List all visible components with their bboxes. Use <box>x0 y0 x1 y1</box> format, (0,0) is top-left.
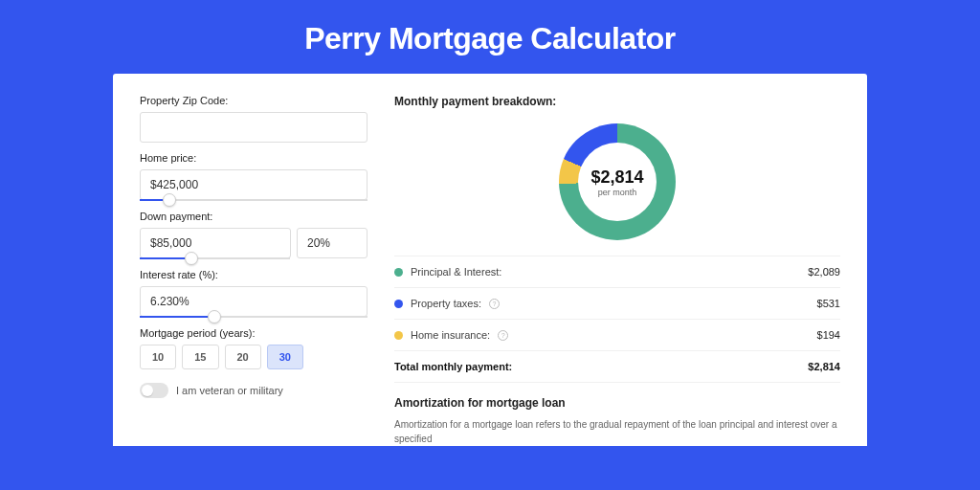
donut-sub: per month <box>598 188 637 197</box>
period-buttons: 10 15 20 30 <box>140 345 368 369</box>
price-label: Home price: <box>140 152 368 164</box>
legend-total: Total monthly payment: $2,814 <box>394 351 840 383</box>
legend-principal: Principal & Interest: $2,089 <box>394 256 840 288</box>
period-20[interactable]: 20 <box>225 345 261 369</box>
info-icon[interactable]: ? <box>498 330 508 341</box>
period-label: Mortgage period (years): <box>140 327 368 339</box>
period-10[interactable]: 10 <box>140 345 176 369</box>
down-field: Down payment: <box>140 211 368 259</box>
price-slider-thumb[interactable] <box>163 193 176 207</box>
period-30[interactable]: 30 <box>267 345 303 369</box>
toggle-knob <box>142 385 153 396</box>
legend-value: $194 <box>817 329 840 341</box>
price-slider[interactable] <box>140 199 368 201</box>
amortization-section: Amortization for mortgage loan Amortizat… <box>394 396 840 446</box>
dot-icon <box>394 300 403 308</box>
veteran-toggle[interactable] <box>140 383 168 398</box>
legend-insurance: Home insurance: ? $194 <box>394 320 840 351</box>
calculator-card: Property Zip Code: Home price: Down paym… <box>113 74 867 446</box>
legend: Principal & Interest: $2,089 Property ta… <box>394 256 840 383</box>
total-label: Total monthly payment: <box>394 361 512 372</box>
rate-input[interactable] <box>140 286 368 317</box>
zip-field: Property Zip Code: <box>140 95 368 143</box>
legend-value: $531 <box>817 298 840 309</box>
donut-chart: $2,814 per month <box>559 123 676 240</box>
legend-label: Principal & Interest: <box>411 266 501 278</box>
rate-field: Interest rate (%): <box>140 269 368 318</box>
donut-wrap: $2,814 per month <box>394 118 840 256</box>
legend-label: Home insurance: <box>411 329 490 341</box>
legend-value: $2,089 <box>808 266 840 278</box>
down-slider-thumb[interactable] <box>185 252 198 265</box>
period-15[interactable]: 15 <box>182 345 218 369</box>
amort-title: Amortization for mortgage loan <box>394 396 840 410</box>
donut-value: $2,814 <box>590 167 643 188</box>
rate-slider-thumb[interactable] <box>208 310 221 323</box>
legend-label: Property taxes: <box>411 298 481 309</box>
breakdown-title: Monthly payment breakdown: <box>394 95 840 108</box>
info-icon[interactable]: ? <box>489 299 500 309</box>
dot-icon <box>394 268 403 277</box>
rate-label: Interest rate (%): <box>140 269 368 280</box>
price-field: Home price: <box>140 152 368 201</box>
breakdown-column: Monthly payment breakdown: $2,814 per mo… <box>394 95 840 446</box>
down-input[interactable] <box>140 228 291 258</box>
total-value: $2,814 <box>808 361 840 372</box>
legend-taxes: Property taxes: ? $531 <box>394 288 840 320</box>
rate-slider[interactable] <box>140 316 368 318</box>
down-slider[interactable] <box>140 257 290 259</box>
donut-center: $2,814 per month <box>578 143 657 221</box>
down-pct-input[interactable] <box>297 228 368 258</box>
veteran-label: I am veteran or military <box>176 385 283 396</box>
period-field: Mortgage period (years): 10 15 20 30 <box>140 327 368 369</box>
dot-icon <box>394 331 403 340</box>
zip-input[interactable] <box>140 112 368 143</box>
form-column: Property Zip Code: Home price: Down paym… <box>140 95 368 446</box>
amort-text: Amortization for a mortgage loan refers … <box>394 417 840 446</box>
down-label: Down payment: <box>140 211 368 222</box>
page-title: Perry Mortgage Calculator <box>0 0 980 74</box>
veteran-row: I am veteran or military <box>140 383 368 398</box>
zip-label: Property Zip Code: <box>140 95 368 106</box>
